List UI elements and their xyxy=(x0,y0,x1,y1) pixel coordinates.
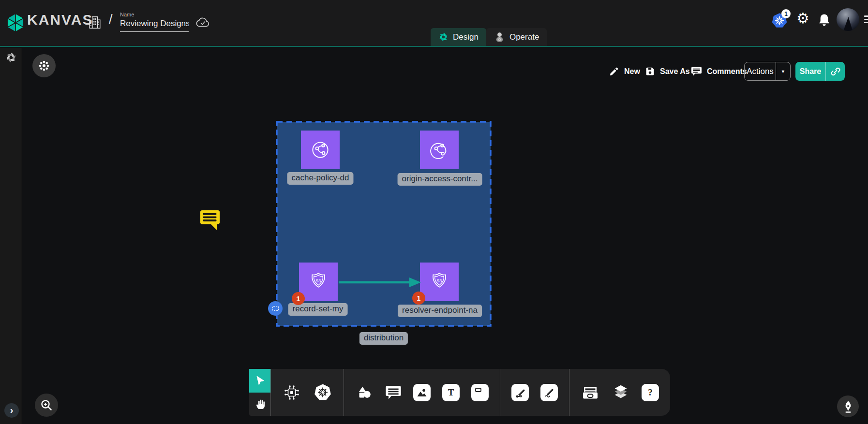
cursor-arrow-icon xyxy=(254,375,266,386)
text-tool-glyph: T xyxy=(448,387,454,398)
freehand-draw-tool[interactable] xyxy=(540,384,558,401)
sidebar-swirl-icon[interactable] xyxy=(5,52,17,63)
svg-text:53: 53 xyxy=(316,278,321,283)
svg-text:53: 53 xyxy=(437,278,442,283)
canvas-comment-marker[interactable] xyxy=(199,209,221,234)
actions-label[interactable]: Actions xyxy=(745,62,776,80)
save-floppy-icon xyxy=(645,66,655,76)
globe-network-icon xyxy=(309,138,332,161)
sticky-note-icon xyxy=(474,387,486,398)
node-record-set-badge[interactable]: 1 xyxy=(292,292,305,305)
route53-shield-icon: 53 xyxy=(428,271,450,293)
actions-dropdown-button[interactable]: Actions ▼ xyxy=(744,62,791,81)
route53-shield-icon: 53 xyxy=(307,271,329,293)
pencil-scribble-icon xyxy=(543,387,555,398)
menu-hamburger-icon[interactable] xyxy=(864,15,868,25)
node-resolver-endpoint[interactable]: 53 xyxy=(420,263,459,301)
pointer-tools xyxy=(249,369,270,416)
edge-record-to-resolver[interactable] xyxy=(338,276,422,289)
pen-tool-button[interactable] xyxy=(837,395,859,417)
workspace-building-icon[interactable] xyxy=(88,15,102,30)
breadcrumb-separator: / xyxy=(109,12,113,27)
actions-chevron[interactable]: ▼ xyxy=(776,62,790,80)
mode-tabs: Design Operate xyxy=(431,28,547,46)
select-cursor-tool[interactable] xyxy=(249,369,270,393)
comments-icon xyxy=(691,66,702,76)
pencil-icon xyxy=(609,66,619,76)
group-selection-handle[interactable] xyxy=(268,301,283,316)
kubernetes-tool[interactable] xyxy=(313,383,332,402)
components-circuit-tool[interactable] xyxy=(282,383,301,402)
kubernetes-helm-icon xyxy=(313,383,332,402)
new-label: New xyxy=(624,67,640,76)
layers-tool[interactable] xyxy=(612,383,630,402)
drawer-icon xyxy=(581,383,600,402)
settings-gear-icon[interactable]: ⚙ xyxy=(796,11,809,26)
node-cache-policy[interactable] xyxy=(301,131,340,169)
node-record-set[interactable]: 53 xyxy=(299,263,338,301)
node-resolver-endpoint-badge[interactable]: 1 xyxy=(412,292,425,305)
notifications-bell-icon[interactable] xyxy=(818,13,831,28)
design-name-field: Name xyxy=(120,12,189,32)
help-tool[interactable]: ? xyxy=(642,384,659,401)
shapes-tool[interactable] xyxy=(355,383,374,402)
text-tool[interactable]: T xyxy=(442,384,460,401)
autosave-cloud-icon xyxy=(195,16,210,28)
share-label[interactable]: Share xyxy=(795,62,825,81)
share-button[interactable]: Share xyxy=(795,62,845,81)
comments-label: Comments xyxy=(707,67,747,76)
user-avatar[interactable] xyxy=(837,8,859,31)
image-icon xyxy=(416,387,428,398)
left-sidebar: › xyxy=(0,48,22,424)
save-as-button[interactable]: Save As xyxy=(645,62,690,81)
group-label: distribution xyxy=(359,332,408,345)
tab-operate[interactable]: Operate xyxy=(486,28,547,46)
comment-bubble-icon xyxy=(199,209,221,232)
layers-icon xyxy=(612,383,630,402)
help-glyph: ? xyxy=(648,387,653,398)
tab-design-label: Design xyxy=(453,32,479,42)
component-tools xyxy=(271,369,344,416)
kanvas-logo-icon xyxy=(6,13,25,33)
drawing-tools xyxy=(500,369,569,416)
link-icon xyxy=(830,66,841,77)
node-label: origin-access-contr... xyxy=(398,173,482,186)
brand-title: KANVAS xyxy=(27,12,93,28)
zoom-in-button[interactable] xyxy=(35,394,58,417)
comments-button[interactable]: Comments xyxy=(691,62,747,81)
save-as-label: Save As xyxy=(660,67,690,76)
design-name-input[interactable] xyxy=(120,17,189,32)
edge-pen-tool[interactable] xyxy=(511,384,529,401)
pan-hand-tool[interactable] xyxy=(249,393,270,416)
canvas-bottom-toolbar: T xyxy=(249,369,670,416)
pen-arrow-icon xyxy=(514,387,526,398)
flower-gear-icon xyxy=(38,59,50,72)
comment-bubble-icon xyxy=(385,385,402,400)
design-name-label: Name xyxy=(120,12,189,17)
node-label: cache-policy-dd xyxy=(287,172,353,185)
kubernetes-context-badge[interactable]: 1 xyxy=(781,9,791,18)
comment-tool[interactable] xyxy=(385,385,402,400)
sticky-note-tool[interactable] xyxy=(471,384,489,401)
chevron-down-icon: ▼ xyxy=(781,69,785,73)
new-button[interactable]: New xyxy=(609,62,640,81)
hand-icon xyxy=(254,398,266,410)
sidebar-expand-button[interactable]: › xyxy=(4,403,19,418)
utility-tools: ? xyxy=(569,369,670,416)
design-swirl-icon xyxy=(438,32,449,42)
copy-link-button[interactable] xyxy=(825,62,845,81)
node-label: resolver-endpoint-na xyxy=(398,305,482,317)
globe-network-icon xyxy=(428,138,451,161)
drawer-archive-tool[interactable] xyxy=(581,383,600,402)
tab-design[interactable]: Design xyxy=(431,28,486,46)
pen-nib-icon xyxy=(841,400,855,413)
circuit-chip-icon xyxy=(282,383,301,402)
shapes-icon xyxy=(355,383,374,402)
magnifier-plus-icon xyxy=(40,398,53,412)
annotation-tools: T xyxy=(344,369,500,416)
kanvas-app: KANVAS / Name xyxy=(0,0,868,424)
node-origin-access[interactable] xyxy=(420,131,459,169)
operate-person-icon xyxy=(494,31,505,43)
image-tool[interactable] xyxy=(413,384,431,401)
canvas-settings-button[interactable] xyxy=(32,54,56,77)
